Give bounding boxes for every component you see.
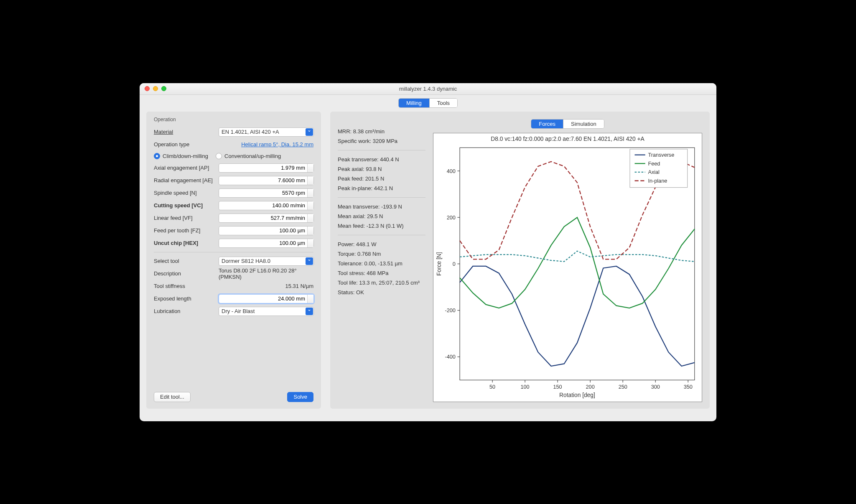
- status-value: Status: OK: [338, 289, 425, 295]
- radio-dot-icon: [216, 153, 222, 159]
- lubrication-label: Lubrication: [154, 308, 219, 314]
- svg-text:0: 0: [453, 261, 456, 267]
- field-label: Spindle speed [N]: [154, 190, 219, 196]
- lubrication-select-value: Dry - Air Blast: [222, 308, 255, 314]
- exposed-length-value[interactable]: [219, 295, 307, 302]
- tab-forces[interactable]: Forces: [531, 120, 563, 128]
- titlebar: millalyzer 1.4.3 dynamic: [140, 83, 716, 95]
- svg-text:Feed: Feed: [648, 160, 660, 166]
- mean-feed-value: Mean feed: -12.3 N (0.1 W): [338, 223, 425, 229]
- select-tool-label: Select tool: [154, 258, 219, 264]
- field-input[interactable]: ▲▼: [219, 163, 314, 173]
- radio-climb-milling[interactable]: Climb/down-milling: [154, 153, 208, 159]
- solve-label: Solve: [293, 394, 307, 400]
- svg-text:200: 200: [586, 384, 595, 390]
- svg-text:350: 350: [684, 384, 693, 390]
- field-label: Radial engagement [AE]: [154, 177, 219, 183]
- svg-text:150: 150: [553, 384, 562, 390]
- svg-text:Rotation [deg]: Rotation [deg]: [559, 392, 595, 398]
- edit-tool-button[interactable]: Edit tool...: [154, 392, 191, 402]
- field-value[interactable]: [219, 215, 307, 221]
- tool-stiffness-value: 15.31 N/µm: [219, 283, 313, 289]
- mrr-value: MRR: 8.38 cm³/min: [338, 128, 425, 135]
- minimize-icon[interactable]: [153, 86, 158, 91]
- svg-text:200: 200: [447, 214, 456, 220]
- mean-axial-value: Mean axial: 29.5 N: [338, 213, 425, 219]
- tab-milling[interactable]: Milling: [399, 99, 429, 107]
- field-input[interactable]: ▲▼: [219, 201, 314, 210]
- peak-transverse-value: Peak transverse: 440.4 N: [338, 156, 425, 163]
- field-value[interactable]: [219, 240, 307, 246]
- top-tab-bar: MillingTools: [140, 95, 716, 112]
- tab-simulation[interactable]: Simulation: [563, 120, 604, 128]
- svg-text:300: 300: [651, 384, 660, 390]
- results-panel: MRR: 8.38 cm³/min Specific work: 3209 MP…: [330, 112, 710, 409]
- svg-text:D8.0 vc:140 fz:0.000 ap:2.0 ae: D8.0 vc:140 fz:0.000 ap:2.0 ae:7.60 EN 1…: [491, 136, 645, 142]
- specific-work-value: Specific work: 3209 MPa: [338, 138, 425, 144]
- svg-text:Force [N]: Force [N]: [436, 252, 442, 276]
- operation-type-link[interactable]: Helical ramp 5°, Dia. 15.2 mm: [241, 141, 313, 148]
- field-label: Feed per tooth [FZ]: [154, 227, 219, 234]
- exposed-length-input[interactable]: ▲▼: [219, 294, 314, 303]
- svg-text:400: 400: [447, 168, 456, 174]
- field-label: Linear feed [VF]: [154, 215, 219, 221]
- field-value[interactable]: [219, 227, 307, 234]
- svg-text:Transverse: Transverse: [648, 152, 675, 158]
- material-select[interactable]: EN 1.4021, AISI 420 +A: [219, 127, 314, 137]
- field-value[interactable]: [219, 177, 307, 183]
- tolerance-value: Tolerance: 0.00, -13.51 µm: [338, 260, 425, 267]
- tool-stiffness-label: Tool stiffness: [154, 283, 219, 289]
- chart-area: ForcesSimulation D8.0 vc:140 fz:0.000 ap…: [433, 117, 702, 402]
- tool-stress-value: Tool stress: 468 MPa: [338, 270, 425, 276]
- zoom-icon[interactable]: [161, 86, 166, 91]
- svg-text:100: 100: [521, 384, 530, 390]
- field-input[interactable]: ▲▼: [219, 214, 314, 223]
- field-label: Axial engagement [AP]: [154, 165, 219, 171]
- material-label-link[interactable]: Material: [154, 129, 219, 135]
- svg-text:Axial: Axial: [648, 169, 660, 175]
- torque-value: Torque: 0.768 Nm: [338, 251, 425, 257]
- peak-axial-value: Peak axial: 93.8 N: [338, 166, 425, 172]
- tool-select[interactable]: Dormer S812 HA8.0: [219, 257, 314, 266]
- svg-text:250: 250: [619, 384, 627, 390]
- mean-transverse-value: Mean transverse: -193.9 N: [338, 204, 425, 210]
- exposed-length-label: Exposed length: [154, 295, 219, 302]
- tab-tools[interactable]: Tools: [429, 99, 457, 107]
- svg-text:50: 50: [489, 384, 495, 390]
- power-value: Power: 448.1 W: [338, 241, 425, 247]
- svg-text:-400: -400: [445, 354, 455, 360]
- field-input[interactable]: ▲▼: [219, 226, 314, 235]
- field-input[interactable]: ▲▼: [219, 188, 314, 198]
- radio-conventional-milling[interactable]: Conventional/up-milling: [216, 153, 281, 159]
- window-title: millalyzer 1.4.3 dynamic: [140, 86, 716, 92]
- lubrication-select[interactable]: Dry - Air Blast: [219, 307, 314, 316]
- tool-life-value: Tool life: 13.3 m, 25:07, 210.5 cm³: [338, 280, 425, 286]
- close-icon[interactable]: [145, 86, 150, 91]
- operation-section-label: Operation: [154, 117, 313, 122]
- peak-feed-value: Peak feed: 201.5 N: [338, 176, 425, 182]
- radio-climb-label: Climb/down-milling: [163, 153, 208, 159]
- description-value: Torus D8.00 2F L16.0 R0.20 28° (PMKSN): [219, 267, 313, 280]
- field-input[interactable]: ▲▼: [219, 176, 314, 185]
- radio-conv-label: Conventional/up-milling: [224, 153, 281, 159]
- edit-tool-label: Edit tool...: [160, 394, 184, 400]
- svg-text:-200: -200: [445, 308, 455, 313]
- field-value[interactable]: [219, 165, 307, 171]
- field-label: Cutting speed [VC]: [154, 202, 219, 209]
- solve-button[interactable]: Solve: [287, 392, 313, 402]
- description-label: Description: [154, 270, 219, 277]
- field-value[interactable]: [219, 202, 307, 209]
- results-readout: MRR: 8.38 cm³/min Specific work: 3209 MP…: [338, 117, 425, 402]
- operation-type-label: Operation type: [154, 141, 219, 148]
- app-window: millalyzer 1.4.3 dynamic MillingTools Op…: [140, 83, 716, 421]
- tool-select-value: Dormer S812 HA8.0: [222, 258, 270, 264]
- field-label: Uncut chip [HEX]: [154, 240, 219, 246]
- forces-plot: D8.0 vc:140 fz:0.000 ap:2.0 ae:7.60 EN 1…: [433, 133, 702, 402]
- material-select-value: EN 1.4021, AISI 420 +A: [222, 129, 279, 135]
- operation-panel: Operation Material EN 1.4021, AISI 420 +…: [146, 112, 321, 409]
- svg-text:In-plane: In-plane: [648, 178, 667, 184]
- radio-dot-icon: [154, 153, 160, 159]
- peak-inplane-value: Peak in-plane: 442.1 N: [338, 185, 425, 191]
- field-input[interactable]: ▲▼: [219, 239, 314, 248]
- field-value[interactable]: [219, 190, 307, 196]
